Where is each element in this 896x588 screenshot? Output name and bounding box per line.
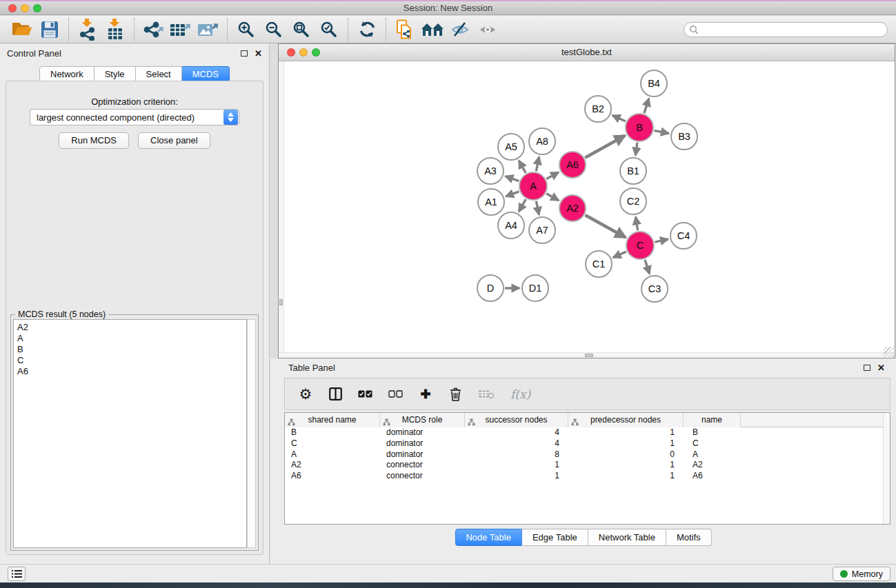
graph-node-B2[interactable]: B2: [584, 95, 612, 123]
table-cell[interactable]: C: [684, 438, 741, 449]
task-history-button[interactable]: [8, 567, 26, 581]
table-cell[interactable]: 4: [465, 427, 568, 438]
zoom-out-button[interactable]: [260, 17, 288, 42]
graph-node-A[interactable]: A: [519, 172, 548, 201]
add-column-icon[interactable]: ✚: [419, 385, 432, 404]
mcds-list-scrollbar[interactable]: [247, 319, 256, 548]
import-network-button[interactable]: [74, 17, 101, 42]
table-cell[interactable]: 1: [568, 460, 684, 471]
graph-node-A6[interactable]: A6: [559, 151, 586, 179]
tab-network[interactable]: Network: [39, 66, 94, 82]
export-network-button[interactable]: [139, 17, 167, 42]
graph-node-D[interactable]: D: [477, 274, 504, 302]
zoom-window-button[interactable]: [33, 4, 41, 12]
mcds-result-item[interactable]: C: [14, 355, 246, 366]
table-cell[interactable]: A: [684, 449, 741, 460]
mcds-result-item[interactable]: B: [14, 344, 246, 355]
close-panel-button[interactable]: Close panel: [138, 132, 210, 149]
edge-A2-C[interactable]: [585, 215, 626, 237]
table-settings-icon[interactable]: ⚙: [299, 385, 312, 404]
table-row-B[interactable]: Bdominator41B: [285, 427, 890, 438]
table-scrollbar[interactable]: [883, 413, 890, 524]
tab-mcds[interactable]: MCDS: [182, 66, 230, 82]
graph-node-D1[interactable]: D1: [521, 274, 549, 302]
table-cell[interactable]: dominator: [380, 427, 465, 438]
edge-A-A3[interactable]: [506, 176, 519, 181]
network-zoom-button[interactable]: [312, 48, 320, 57]
tab-style[interactable]: Style: [94, 66, 136, 82]
show-columns-icon[interactable]: [328, 385, 342, 404]
network-canvas[interactable]: AA1A2A3A4A5A6A7A8BB1B2B3B4CC1C2C3C4DD1: [279, 61, 895, 358]
mcds-result-item[interactable]: A6: [14, 366, 246, 377]
delete-column-icon[interactable]: [448, 385, 462, 404]
table-cell[interactable]: A6: [684, 471, 741, 482]
edge-A-A4[interactable]: [519, 199, 526, 212]
graph-node-B1[interactable]: B1: [619, 157, 647, 185]
column-header-successor-nodes[interactable]: successor nodes: [465, 413, 568, 427]
table-cell[interactable]: 1: [568, 471, 684, 482]
graph-node-A2[interactable]: A2: [559, 194, 586, 222]
search-input[interactable]: [699, 23, 887, 36]
import-table-button[interactable]: [101, 17, 129, 42]
deselect-all-icon[interactable]: [388, 385, 403, 404]
zoom-selected-button[interactable]: [315, 17, 343, 42]
table-cell[interactable]: 0: [568, 449, 684, 460]
edge-B-B3[interactable]: [655, 130, 669, 133]
float-panel-icon[interactable]: [241, 50, 248, 57]
network-vertical-scrollbar[interactable]: [279, 61, 284, 352]
resize-grip[interactable]: [884, 347, 894, 357]
column-header-shared-name[interactable]: shared name: [285, 413, 380, 427]
search-field[interactable]: [684, 22, 888, 37]
graph-node-A5[interactable]: A5: [497, 133, 525, 161]
network-horizontal-scrollbar[interactable]: [279, 352, 895, 358]
hide-selected-icon[interactable]: [446, 17, 474, 42]
save-session-button[interactable]: [36, 17, 63, 42]
minimize-window-button[interactable]: [21, 4, 29, 12]
open-session-button[interactable]: [8, 17, 36, 42]
table-row-A[interactable]: Adominator80A: [285, 449, 890, 460]
close-panel-icon[interactable]: ✕: [255, 48, 262, 59]
zoom-in-button[interactable]: [232, 17, 260, 42]
tab-edge-table[interactable]: Edge Table: [522, 529, 588, 546]
table-cell[interactable]: 1: [465, 471, 568, 482]
table-cell[interactable]: A: [285, 449, 380, 460]
graph-node-C[interactable]: C: [626, 231, 655, 260]
scrollbar-thumb[interactable]: [585, 354, 593, 357]
edge-A-A1[interactable]: [506, 192, 519, 196]
edge-B-B1[interactable]: [635, 143, 637, 155]
edge-A-A8[interactable]: [536, 157, 539, 172]
graph-node-B4[interactable]: B4: [640, 70, 668, 97]
edge-C-C3[interactable]: [645, 260, 650, 274]
table-cell[interactable]: connector: [380, 460, 465, 471]
show-eye-icon[interactable]: [474, 17, 501, 42]
table-cell[interactable]: dominator: [380, 438, 465, 449]
table-cell[interactable]: 4: [465, 438, 568, 449]
graph-node-C1[interactable]: C1: [585, 250, 613, 278]
table-row-A2[interactable]: A2connector11A2: [285, 460, 890, 471]
float-panel-icon[interactable]: [864, 365, 870, 371]
app-titlebar[interactable]: Session: New Session: [0, 1, 896, 15]
edge-B-B2[interactable]: [613, 115, 626, 121]
graph-node-A8[interactable]: A8: [528, 128, 556, 155]
edge-C-C4[interactable]: [655, 239, 668, 242]
edge-A6-B[interactable]: [585, 136, 625, 158]
edge-C-C2[interactable]: [636, 217, 638, 231]
edge-A-A2[interactable]: [546, 194, 559, 201]
mcds-result-item[interactable]: A2: [14, 322, 246, 333]
export-table-button[interactable]: [167, 17, 195, 42]
edge-A-A5[interactable]: [519, 161, 526, 173]
tab-select[interactable]: Select: [136, 66, 182, 82]
network-minimize-button[interactable]: [299, 48, 308, 57]
zoom-fit-button[interactable]: [288, 17, 315, 42]
column-header-predecessor-nodes[interactable]: predecessor nodes: [568, 413, 684, 427]
optimization-select[interactable]: largest connected component (directed): [30, 109, 239, 125]
network-close-button[interactable]: [287, 48, 295, 57]
tab-network-table[interactable]: Network Table: [588, 529, 666, 546]
column-header-MCDS-role[interactable]: MCDS role: [380, 413, 465, 427]
export-image-button[interactable]: [195, 17, 222, 42]
table-row-A6[interactable]: A6connector11A6: [285, 471, 890, 482]
scrollbar-thumb[interactable]: [279, 299, 283, 305]
close-window-button[interactable]: [8, 4, 17, 12]
table-row-C[interactable]: Cdominator41C: [285, 438, 890, 449]
table-cell[interactable]: A6: [285, 471, 380, 482]
